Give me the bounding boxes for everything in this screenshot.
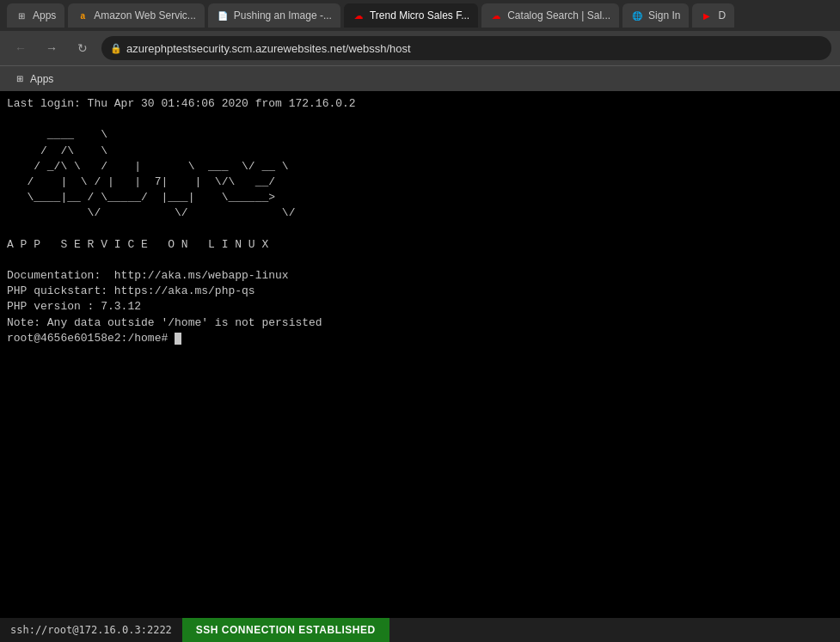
tab-label-youtube: D [718, 9, 726, 21]
reload-button[interactable]: ↻ [71, 36, 95, 60]
tab-label-apps: Apps [33, 9, 56, 21]
tab-catalog[interactable]: ☁ Catalog Search | Sal... [481, 3, 619, 28]
bookmark-favicon-apps: ⊞ [14, 73, 26, 85]
tab-trendmicro[interactable]: ☁ Trend Micro Sales F... [344, 3, 478, 28]
tab-favicon-pushing: 📄 [217, 9, 229, 21]
terminal-cursor [175, 333, 181, 345]
tab-label-amazon: Amazon Web Servic... [94, 9, 196, 21]
tab-favicon-trendmicro: ☁ [353, 9, 365, 21]
bookmark-apps[interactable]: ⊞ Apps [7, 70, 60, 89]
ssh-address: ssh://root@172.16.0.3:2222 [0, 618, 182, 642]
lock-icon: 🔒 [110, 43, 122, 54]
connection-status: SSH CONNECTION ESTABLISHED [182, 618, 389, 642]
back-button[interactable]: ← [9, 36, 33, 60]
tab-favicon-apps: ⊞ [15, 9, 28, 21]
tab-label-catalog: Catalog Search | Sal... [507, 9, 610, 21]
tab-favicon-youtube: ▶ [701, 9, 713, 21]
tab-signin[interactable]: 🌐 Sign In [622, 3, 689, 28]
tab-favicon-catalog: ☁ [490, 9, 502, 21]
tab-youtube[interactable]: ▶ D [692, 3, 734, 28]
tab-favicon-amazon: a [77, 9, 89, 21]
status-bar: ssh://root@172.16.0.3:2222 SSH CONNECTIO… [0, 618, 840, 642]
terminal-pre: Last login: Thu Apr 30 01:46:06 2020 fro… [7, 96, 833, 346]
tab-label-signin: Sign In [648, 9, 680, 21]
url-bar-container[interactable]: 🔒 azurephptestsecurity.scm.azurewebsites… [101, 36, 831, 60]
tab-label-trendmicro: Trend Micro Sales F... [370, 9, 469, 21]
forward-button[interactable]: → [40, 36, 64, 60]
tab-apps[interactable]: ⊞ Apps [7, 3, 64, 28]
url-text: azurephptestsecurity.scm.azurewebsites.n… [126, 42, 411, 55]
tab-bar: ⊞ Apps a Amazon Web Servic... 📄 Pushing … [0, 0, 840, 31]
tab-favicon-signin: 🌐 [631, 9, 643, 21]
tab-label-pushing: Pushing an Image -... [234, 9, 332, 21]
tab-pushing[interactable]: 📄 Pushing an Image -... [208, 3, 340, 28]
bookmarks-bar: ⊞ Apps [0, 65, 840, 91]
bookmark-label-apps: Apps [30, 73, 53, 85]
browser-chrome: ⊞ Apps a Amazon Web Servic... 📄 Pushing … [0, 0, 840, 91]
address-bar: ← → ↻ 🔒 azurephptestsecurity.scm.azurewe… [0, 31, 840, 65]
tab-amazon[interactable]: a Amazon Web Servic... [68, 3, 205, 28]
terminal[interactable]: Last login: Thu Apr 30 01:46:06 2020 fro… [0, 91, 840, 618]
